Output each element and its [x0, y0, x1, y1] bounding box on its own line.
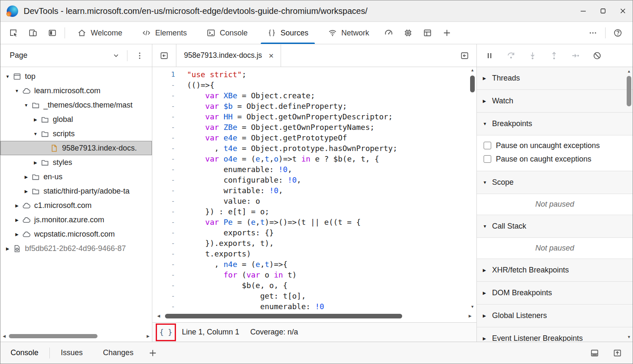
twisty-down-icon[interactable]: ▼	[22, 103, 30, 108]
tab-network[interactable]: Network	[318, 22, 379, 44]
tree-item-scripts[interactable]: ▼scripts	[0, 127, 152, 141]
twisty-right-icon[interactable]: ▶	[22, 175, 30, 179]
line-number-gutter[interactable]: 1----------------------	[152, 67, 183, 310]
breakpoint-option-pause-on-caught-exceptions[interactable]: Pause on caught exceptions	[477, 152, 633, 166]
section-header-xhr-fetch-breakpoints[interactable]: ▶XHR/fetch Breakpoints	[477, 259, 633, 282]
tab-welcome[interactable]: Welcome	[68, 22, 132, 44]
twisty-down-icon[interactable]: ▼	[13, 89, 21, 93]
line-number: -	[152, 101, 175, 111]
step-over-button[interactable]	[500, 46, 522, 65]
scroll-down-icon[interactable]: ▼	[470, 305, 476, 309]
line-number: -	[152, 175, 175, 185]
scrollbar-track	[8, 334, 144, 339]
tree-item-styles[interactable]: ▶styles	[0, 155, 152, 170]
step-button[interactable]	[565, 46, 586, 65]
tree-item-top[interactable]: ▼top	[0, 69, 152, 84]
scrollbar-thumb[interactable]	[470, 75, 475, 92]
section-header-threads[interactable]: ▶Threads	[477, 67, 633, 90]
step-into-button[interactable]	[522, 46, 543, 65]
deactivate-breakpoints-button[interactable]	[586, 46, 608, 65]
page-dropdown-label: Page	[10, 51, 27, 60]
tree-item-themes-docs-theme-mast[interactable]: ▼_themes/docs.theme/mast	[0, 98, 152, 112]
tree-item-c1-microsoft-com[interactable]: ▶c1.microsoft.com	[0, 198, 152, 213]
performance-button[interactable]	[379, 24, 398, 42]
twisty-right-icon[interactable]: ▶	[32, 160, 39, 165]
scrollbar-track	[162, 314, 466, 318]
tab-sources[interactable]: Sources	[257, 22, 318, 44]
tree-item-learn-microsoft-com[interactable]: ▼learn.microsoft.com	[0, 84, 152, 98]
breakpoint-option-pause-on-uncaught-exceptions[interactable]: Pause on uncaught exceptions	[477, 139, 633, 152]
add-drawer-tab-button[interactable]	[143, 344, 162, 362]
editor-panel-toggle-button[interactable]	[455, 46, 474, 65]
editor-tab[interactable]: 958e7913.index-docs.js ×	[176, 44, 281, 67]
chevron-expanded-icon: ▼	[483, 180, 488, 185]
close-button[interactable]	[613, 0, 633, 22]
twisty-right-icon[interactable]: ▶	[13, 218, 21, 222]
twisty-right-icon[interactable]: ▶	[13, 203, 21, 208]
drawer-tab-console[interactable]: Console	[0, 342, 49, 364]
section-header-global-listeners[interactable]: ▶Global Listeners	[477, 305, 633, 327]
tree-item-wcpstatic-microsoft-com[interactable]: ▶wcpstatic.microsoft.com	[0, 227, 152, 241]
twisty-right-icon[interactable]: ▶	[4, 246, 11, 251]
section-header-call-stack[interactable]: ▼Call Stack	[477, 215, 633, 238]
section-header-breakpoints[interactable]: ▼Breakpoints	[477, 113, 633, 135]
scroll-up-icon[interactable]: ▲	[470, 68, 476, 72]
tree-item-global[interactable]: ▶global	[0, 112, 152, 127]
scroll-up-icon[interactable]: ▲	[626, 70, 632, 73]
device-emulation-button[interactable]	[23, 24, 43, 42]
expand-drawer-button[interactable]	[608, 344, 627, 362]
scrollbar-thumb[interactable]	[9, 334, 97, 338]
navigator-more-button[interactable]	[130, 46, 149, 65]
twisty-down-icon[interactable]: ▼	[4, 74, 11, 79]
pretty-print-button[interactable]: { }	[157, 325, 174, 340]
twisty-right-icon[interactable]: ▶	[22, 189, 30, 194]
close-tab-icon[interactable]: ×	[269, 51, 274, 60]
tree-item-bf5db621-2b62-4d96-9466-87[interactable]: ▶bf5db621-2b62-4d96-9466-87	[0, 241, 152, 256]
section-header-scope[interactable]: ▼Scope	[477, 171, 633, 194]
pause-script-button[interactable]	[479, 46, 500, 65]
section-header-event-listener-breakpoints[interactable]: ▶Event Listener Breakpoints	[477, 327, 633, 342]
maximize-button[interactable]	[593, 0, 613, 22]
code-editor[interactable]: 1---------------------- "use strict";(()…	[152, 67, 476, 310]
drawer-tab-changes[interactable]: Changes	[93, 342, 143, 364]
scroll-left-icon[interactable]: ◀	[1, 334, 7, 338]
line-number: -	[152, 154, 175, 164]
checkbox-unchecked-icon[interactable]	[484, 155, 491, 163]
dock-drawer-button[interactable]	[585, 344, 604, 362]
scrollbar-thumb[interactable]	[165, 314, 402, 318]
application-button[interactable]	[418, 24, 437, 42]
tab-elements[interactable]: Elements	[132, 22, 197, 44]
twisty-right-icon[interactable]: ▶	[13, 232, 21, 237]
more-tools-button[interactable]	[437, 24, 457, 42]
help-button[interactable]	[608, 24, 628, 42]
tree-item-js-monitor-azure-com[interactable]: ▶js.monitor.azure.com	[0, 213, 152, 227]
checkbox-unchecked-icon[interactable]	[484, 142, 491, 149]
line-number: -	[152, 185, 175, 196]
file-tree: ▼top▼learn.microsoft.com▼_themes/docs.th…	[0, 67, 152, 342]
customize-devtools-button[interactable]	[583, 24, 603, 42]
section-header-watch[interactable]: ▶Watch	[477, 90, 633, 113]
code-line: enumerable: !0,	[187, 164, 476, 175]
inspect-element-button[interactable]	[4, 24, 23, 42]
tab-console[interactable]: Console	[197, 22, 257, 44]
section-header-dom-breakpoints[interactable]: ▶DOM Breakpoints	[477, 282, 633, 305]
welcome-tab-icon	[77, 28, 87, 38]
tree-item-en-us[interactable]: ▶en-us	[0, 170, 152, 184]
twisty-down-icon[interactable]: ▼	[32, 132, 39, 136]
scrollbar-thumb[interactable]	[627, 76, 631, 106]
tree-item-958e7913-index-docs[interactable]: 958e7913.index-docs.	[0, 141, 152, 155]
titlebar: DevTools - learn.microsoft.com/en-us/mic…	[0, 0, 633, 22]
twisty-right-icon[interactable]: ▶	[32, 117, 39, 122]
tree-item-static-third-party-adobe-ta[interactable]: ▶static/third-party/adobe-ta	[0, 184, 152, 198]
editor-back-button[interactable]	[155, 46, 173, 65]
scroll-down-icon[interactable]: ▼	[626, 335, 632, 339]
scroll-right-icon[interactable]: ▶	[145, 334, 151, 338]
step-out-button[interactable]	[543, 46, 565, 65]
memory-button[interactable]	[398, 24, 418, 42]
scroll-left-icon[interactable]: ◀	[156, 314, 162, 318]
focus-mode-button[interactable]	[43, 24, 62, 42]
minimize-button[interactable]	[573, 0, 593, 22]
drawer-tab-issues[interactable]: Issues	[51, 342, 93, 364]
page-dropdown[interactable]: Page	[0, 44, 124, 67]
scroll-right-icon[interactable]: ▶	[467, 314, 473, 318]
